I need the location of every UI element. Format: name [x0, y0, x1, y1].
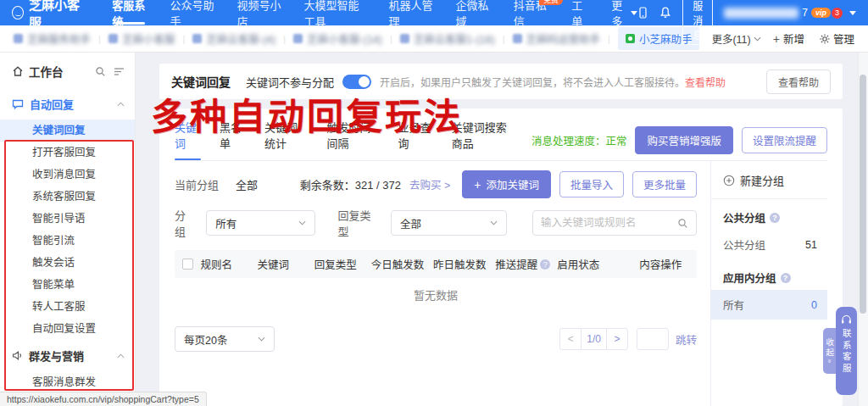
set-rate-limit-alert-button[interactable]: 设置限流提醒 [742, 127, 827, 153]
tab-trigger-interval[interactable]: 触发时间间隔 [327, 119, 380, 160]
app-icon [108, 34, 118, 43]
divider: | [390, 34, 392, 44]
app-tab-blurred-4[interactable]: 芝麻小客服-(14) [293, 31, 382, 47]
app-group-row-all[interactable]: 所有 0 [711, 290, 827, 320]
page-size-select[interactable]: 每页20条 [175, 326, 275, 352]
main-content: 关键词回复 关键词不参与分配 开启后，如果用户只触发了关键词回复，将不会进入人工… [136, 53, 868, 406]
empty-data-text: 暂无数据 [175, 278, 697, 309]
question-circle-icon[interactable]: ? [770, 213, 780, 223]
col-yesterday-triggers: 昨日触发数 [433, 256, 495, 272]
buy-marketing-plus-button[interactable]: 购买营销增强版 [635, 126, 733, 154]
mobile-phone-icon[interactable] [637, 7, 648, 19]
group-filter-select[interactable]: 所有 [206, 210, 315, 236]
nav-item-work-order[interactable]: 工单 [571, 0, 589, 25]
sidebar-item-received-msg-reply[interactable]: 收到消息回复 [0, 164, 135, 186]
keyword-search-input[interactable] [541, 217, 677, 229]
next-page-button[interactable]: > [606, 328, 628, 350]
free-badge: 免费 [539, 0, 563, 5]
page-jump-input[interactable] [637, 328, 669, 350]
batch-import-button[interactable]: 批量导入 [559, 171, 624, 197]
tab-blacklist[interactable]: 黑名单 [220, 119, 246, 160]
sidebar-item-system-kefu-reply[interactable]: 系统客服回复 [0, 186, 135, 208]
nav-item-kefu-system[interactable]: 客服系统 [112, 0, 147, 25]
view-help-button[interactable]: 查看帮助 [766, 70, 831, 94]
app-tab-blurred-5[interactable]: 芝麻云客服1-(18) [400, 31, 495, 47]
reply-type-filter-value: 全部 [400, 215, 421, 231]
nav-item-douyin-dm[interactable]: 抖音私信 免费 [514, 0, 549, 25]
divider: | [608, 34, 610, 44]
group-label: 自动回复 [30, 96, 74, 112]
app-tab-label: 芝麻服务助手 [27, 31, 91, 47]
app-tab-blurred-6[interactable]: 芝麻码运营助手 [513, 31, 601, 47]
message-speed-status: 消息处理速度：正常 [531, 132, 627, 148]
current-page-indicator: 1/0 [581, 328, 606, 350]
tab-keyword-product-search[interactable]: 关键词搜索商品 [452, 119, 513, 160]
group-row-label: 公共分组 [723, 236, 765, 253]
sidebar-item-smart-traffic[interactable]: 智能引流 [0, 230, 135, 252]
sidebar-item-auto-reply-settings[interactable]: 自动回复设置 [0, 318, 135, 340]
prev-page-button[interactable]: < [559, 328, 581, 350]
app-tab-blurred-3[interactable]: 芝麻云客服-(4) [192, 31, 275, 47]
tab-keyword[interactable]: 关键词 [175, 119, 201, 160]
sidebar: 工作台 自动回复 关键词回复 打开客服回复 收到消息回复 系统客服回复 智能引导… [0, 53, 136, 406]
menu-filter-icon[interactable] [114, 67, 125, 76]
go-purchase-link[interactable]: 去购买 > [409, 176, 450, 192]
col-push-alert-label: 推送提醒 [495, 256, 537, 272]
hint-help-link[interactable]: 查看帮助 [685, 75, 726, 89]
app-tab-blurred-1[interactable]: 芝麻服务助手 [14, 31, 91, 47]
divider: | [182, 34, 185, 44]
top-navbar: 芝麻小客服 客服系统 公众号助手 视频号小店 大模型智能工具 机器人管理 企微私… [0, 0, 868, 25]
sidebar-item-trigger-session[interactable]: 触发会话 [0, 252, 135, 274]
table-footer: 每页20条 < 1/0 > 跳转 [175, 326, 697, 352]
home-icon [12, 65, 24, 77]
nav-item-more[interactable]: 更多 [611, 0, 637, 25]
scrollbar-track[interactable] [858, 53, 868, 406]
toolbar-row: 当前分组 全部 剩余条数：321 / 372 去购买 > +添加关键词 批量导入… [175, 170, 697, 198]
add-keyword-button[interactable]: +添加关键词 [462, 170, 551, 198]
sidebar-header-icons [95, 66, 125, 77]
scrollbar-thumb[interactable] [860, 75, 866, 314]
no-assign-toggle[interactable] [342, 75, 371, 89]
col-today-triggers: 今日触发数 [371, 256, 433, 272]
app-window: 芝麻小客服 客服系统 公众号助手 视频号小店 大模型智能工具 机器人管理 企微私… [0, 0, 868, 406]
collapse-label: 收起 [826, 338, 834, 358]
sidebar-item-open-kefu-reply[interactable]: 打开客服回复 [0, 142, 135, 164]
nav-item-video-shop[interactable]: 视频号小店 [237, 0, 282, 25]
app-tab-blurred-2[interactable]: 芝麻小客服 [108, 31, 175, 47]
sidebar-item-smart-guide[interactable]: 智能引导语 [0, 208, 135, 230]
sidebar-group-marketing[interactable]: 群发与营销 [0, 340, 135, 371]
sidebar-item-smart-menu[interactable]: 智能菜单 [0, 274, 135, 296]
collapse-widget-button[interactable]: 收起 » [823, 328, 836, 374]
tab-business-query[interactable]: 业务查询 [398, 119, 432, 160]
user-account[interactable]: 7 vip 3 [724, 7, 856, 19]
nav-item-llm-tools[interactable]: 大模型智能工具 [303, 0, 366, 25]
search-icon[interactable] [95, 66, 106, 77]
nav-item-wecom[interactable]: 企微私域 [455, 0, 491, 25]
page-jump-button[interactable]: 跳转 [676, 331, 697, 348]
sidebar-group-auto-reply[interactable]: 自动回复 [0, 88, 135, 120]
question-circle-icon[interactable]: ? [781, 273, 791, 283]
public-group-row[interactable]: 公共分组 51 [711, 230, 827, 259]
search-icon[interactable] [677, 218, 688, 229]
sidebar-item-to-human-agent[interactable]: 转人工客服 [0, 296, 135, 318]
sidebar-item-kefu-mass-message[interactable]: 客服消息群发 [0, 371, 135, 393]
brand-logo[interactable]: 芝麻小客服 [12, 0, 83, 31]
notification-bell-icon[interactable] [659, 7, 671, 19]
tab-keyword-stats[interactable]: 关键词统计 [264, 119, 309, 160]
question-circle-icon[interactable]: ? [540, 259, 550, 270]
tabs-right-actions: 消息处理速度：正常 购买营销增强版 设置限流提醒 [531, 126, 827, 160]
contact-support-button[interactable]: 联系客服 [836, 307, 857, 395]
keyword-reply-header-card: 关键词回复 关键词不参与分配 开启后，如果用户只触发了关键词回复，将不会进入人工… [159, 64, 843, 99]
megaphone-icon [12, 350, 23, 361]
sidebar-item-keyword-reply[interactable]: 关键词回复 [0, 120, 135, 142]
kefu-messages-button[interactable]: 客服消息 [682, 0, 713, 45]
new-group-button[interactable]: 新建分组 [711, 161, 827, 199]
current-group-value[interactable]: 全部 [236, 176, 258, 192]
select-all-checkbox[interactable] [182, 259, 193, 270]
reply-type-filter-select[interactable]: 全部 [391, 210, 507, 236]
nav-item-robot-mgmt[interactable]: 机器人管理 [389, 0, 434, 25]
more-batch-button[interactable]: 更多批量 [632, 171, 697, 197]
nav-item-official-account[interactable]: 公众号助手 [170, 0, 215, 25]
nav-label: 大模型智能工具 [303, 0, 366, 29]
keyword-list-panel: 当前分组 全部 剩余条数：321 / 372 去购买 > +添加关键词 批量导入… [175, 161, 710, 406]
